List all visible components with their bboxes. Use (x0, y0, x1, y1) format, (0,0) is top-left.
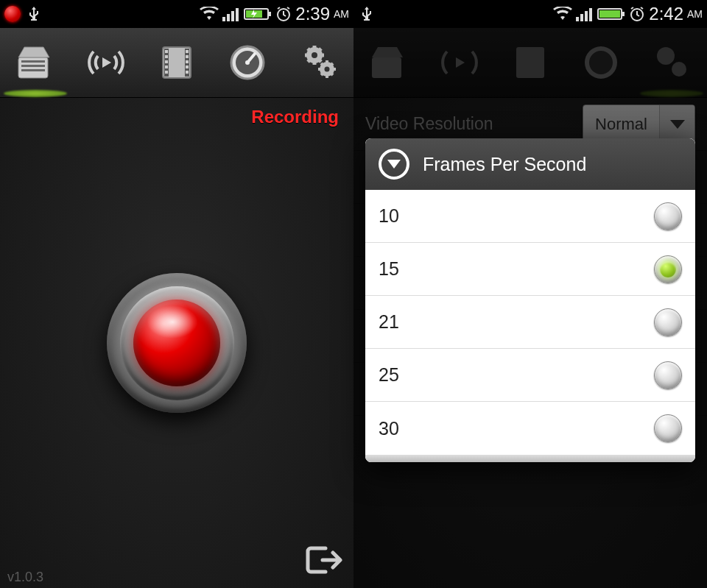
status-time: 2:42 (649, 4, 683, 24)
svg-point-39 (325, 67, 330, 72)
dialog-footer-grip (365, 455, 695, 462)
radio-icon (654, 308, 682, 336)
svg-rect-53 (599, 10, 620, 18)
svg-rect-11 (21, 69, 45, 71)
dialog-header: Frames Per Second (365, 138, 695, 190)
svg-rect-10 (21, 65, 45, 67)
fps-options: 10 15 21 25 30 (365, 190, 695, 455)
svg-rect-18 (165, 65, 168, 68)
usb-icon (25, 5, 43, 23)
svg-line-36 (308, 60, 310, 62)
svg-rect-51 (589, 8, 592, 21)
fps-option-21[interactable]: 21 (365, 296, 695, 349)
svg-line-44 (321, 63, 323, 65)
dialog-title: Frames Per Second (423, 154, 586, 175)
svg-rect-23 (186, 65, 189, 68)
tab-performance[interactable] (212, 28, 283, 97)
record-button-icon (133, 300, 220, 386)
svg-rect-6 (269, 12, 271, 16)
svg-line-35 (319, 60, 321, 62)
svg-line-34 (308, 49, 310, 51)
tab-record[interactable] (0, 28, 71, 97)
svg-rect-54 (622, 12, 625, 16)
status-bar: 2:42 AM (354, 0, 707, 28)
svg-rect-22 (186, 60, 189, 63)
svg-line-47 (331, 63, 333, 65)
svg-line-45 (331, 74, 333, 75)
status-bar: 2:39 AM (0, 0, 354, 28)
signal-icon (222, 7, 241, 21)
alarm-icon (628, 5, 646, 23)
tab-settings[interactable] (283, 28, 354, 97)
fps-option-15[interactable]: 15 (365, 243, 695, 296)
screen-settings: 2:42 AM Video Resolution Normal (354, 0, 707, 588)
svg-rect-19 (165, 71, 168, 74)
version-label: v1.0.3 (7, 570, 43, 585)
status-ampm: AM (687, 8, 703, 20)
fps-dialog: Frames Per Second 10 15 21 25 (365, 138, 695, 462)
svg-rect-24 (186, 71, 189, 74)
record-panel: Recording v1.0.3 (0, 98, 354, 588)
svg-rect-48 (576, 17, 579, 21)
radio-icon (654, 202, 682, 230)
wifi-icon (200, 7, 219, 21)
svg-rect-15 (165, 50, 168, 53)
status-ampm: AM (334, 8, 349, 20)
signal-icon (575, 7, 594, 21)
svg-rect-50 (585, 11, 588, 21)
fps-option-30[interactable]: 30 (365, 402, 695, 455)
dropdown-indicator-icon (379, 149, 409, 180)
modal-overlay[interactable]: Frames Per Second 10 15 21 25 (354, 28, 707, 588)
wifi-icon (553, 7, 572, 21)
svg-point-27 (245, 60, 250, 65)
svg-line-37 (319, 49, 321, 51)
status-time: 2:39 (295, 4, 330, 24)
screen-recording: 2:39 AM Recording v1.0.3 (0, 0, 354, 588)
usb-icon (358, 5, 376, 23)
tab-live[interactable] (71, 28, 141, 97)
svg-rect-1 (227, 14, 230, 21)
exit-button[interactable] (303, 544, 343, 576)
svg-rect-17 (165, 60, 168, 63)
radio-icon (654, 414, 682, 442)
recording-indicator-icon (4, 6, 21, 22)
fps-option-10[interactable]: 10 (365, 190, 695, 243)
radio-icon (654, 361, 682, 389)
svg-line-46 (321, 74, 323, 75)
battery-icon (597, 7, 625, 21)
svg-rect-21 (186, 55, 189, 58)
toolbar (0, 28, 354, 98)
svg-rect-9 (21, 60, 45, 63)
svg-rect-20 (186, 50, 189, 53)
record-button[interactable] (107, 273, 247, 413)
svg-point-29 (312, 52, 317, 58)
svg-rect-3 (236, 8, 239, 21)
alarm-icon (275, 5, 292, 23)
radio-icon (654, 255, 682, 283)
recording-status-label: Recording (251, 107, 339, 127)
battery-charging-icon (244, 7, 272, 21)
svg-rect-2 (231, 11, 234, 21)
svg-rect-0 (222, 17, 225, 21)
fps-option-25[interactable]: 25 (365, 349, 695, 402)
svg-rect-49 (580, 14, 583, 21)
svg-rect-16 (165, 55, 168, 58)
tab-gallery[interactable] (141, 28, 212, 97)
